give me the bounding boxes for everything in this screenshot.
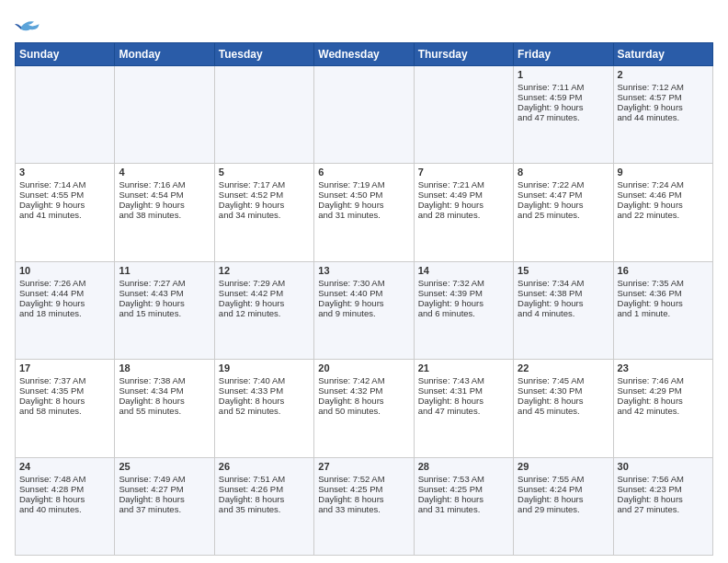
day-info-line: Sunrise: 7:55 AM <box>518 474 609 484</box>
day-info-line: Sunset: 4:54 PM <box>119 190 210 200</box>
day-info-line: and 58 minutes. <box>19 406 110 416</box>
day-info-line: and 33 minutes. <box>318 504 409 514</box>
day-info-line: Daylight: 9 hours <box>318 298 409 308</box>
calendar-cell <box>414 66 513 164</box>
day-info-line: Sunrise: 7:46 AM <box>618 375 709 385</box>
day-info-line: and 38 minutes. <box>119 210 210 220</box>
calendar-cell: 11Sunrise: 7:27 AMSunset: 4:43 PMDayligh… <box>115 261 214 359</box>
day-info-line: Daylight: 9 hours <box>19 200 110 210</box>
day-info-line: Daylight: 9 hours <box>418 298 509 308</box>
day-info-line: Sunrise: 7:14 AM <box>19 179 110 190</box>
day-info-line: and 25 minutes. <box>518 210 609 220</box>
day-info-line: Sunset: 4:31 PM <box>418 385 509 396</box>
day-info-line: Sunset: 4:38 PM <box>518 288 609 298</box>
day-number: 24 <box>19 461 110 472</box>
day-info-line: Daylight: 9 hours <box>19 298 110 308</box>
day-info-line: Daylight: 9 hours <box>318 200 409 210</box>
weekday-header-friday: Friday <box>514 43 613 66</box>
day-info-line: Sunset: 4:35 PM <box>19 385 110 396</box>
day-info-line: Sunrise: 7:40 AM <box>219 375 310 385</box>
calendar-cell: 30Sunrise: 7:56 AMSunset: 4:23 PMDayligh… <box>613 457 712 555</box>
day-info-line: Sunset: 4:40 PM <box>318 288 409 298</box>
day-info-line: Sunset: 4:25 PM <box>418 484 509 494</box>
day-number: 15 <box>518 265 609 276</box>
day-info-line: and 34 minutes. <box>219 210 310 220</box>
calendar-cell <box>16 66 115 164</box>
day-info-line: Sunset: 4:55 PM <box>19 190 110 200</box>
day-info-line: and 31 minutes. <box>418 504 509 514</box>
day-info-line: Sunrise: 7:12 AM <box>618 82 709 92</box>
day-number: 1 <box>518 69 609 80</box>
calendar-cell: 15Sunrise: 7:34 AMSunset: 4:38 PMDayligh… <box>514 261 613 359</box>
day-number: 7 <box>418 167 509 178</box>
day-info-line: Sunrise: 7:52 AM <box>318 474 409 484</box>
week-row-3: 10Sunrise: 7:26 AMSunset: 4:44 PMDayligh… <box>16 261 713 359</box>
calendar-body: 1Sunrise: 7:11 AMSunset: 4:59 PMDaylight… <box>16 66 713 556</box>
day-info-line: Daylight: 9 hours <box>219 200 310 210</box>
day-info-line: Daylight: 8 hours <box>119 396 210 406</box>
day-number: 17 <box>19 362 110 373</box>
day-info-line: Sunset: 4:29 PM <box>618 385 709 396</box>
day-info-line: Sunrise: 7:48 AM <box>19 474 110 484</box>
day-info-line: and 42 minutes. <box>618 406 709 416</box>
calendar-cell: 24Sunrise: 7:48 AMSunset: 4:28 PMDayligh… <box>16 457 115 555</box>
day-info-line: Sunrise: 7:34 AM <box>518 278 609 288</box>
day-info-line: Sunset: 4:23 PM <box>618 484 709 494</box>
day-number: 26 <box>219 461 310 472</box>
day-number: 16 <box>618 265 709 276</box>
day-info-line: and 37 minutes. <box>119 504 210 514</box>
day-info-line: Daylight: 9 hours <box>418 200 509 210</box>
day-info-line: and 27 minutes. <box>618 504 709 514</box>
calendar-cell: 1Sunrise: 7:11 AMSunset: 4:59 PMDaylight… <box>514 66 613 164</box>
day-info-line: and 9 minutes. <box>318 308 409 318</box>
day-info-line: Sunrise: 7:30 AM <box>318 278 409 288</box>
day-number: 28 <box>418 461 509 472</box>
day-info-line: Sunset: 4:30 PM <box>518 385 609 396</box>
calendar-cell: 26Sunrise: 7:51 AMSunset: 4:26 PMDayligh… <box>214 457 313 555</box>
day-info-line: and 55 minutes. <box>119 406 210 416</box>
calendar-cell: 3Sunrise: 7:14 AMSunset: 4:55 PMDaylight… <box>16 164 115 261</box>
day-info-line: and 40 minutes. <box>19 504 110 514</box>
day-info-line: Daylight: 8 hours <box>418 494 509 504</box>
day-info-line: Sunset: 4:43 PM <box>119 288 210 298</box>
day-info-line: Sunrise: 7:43 AM <box>418 375 509 385</box>
calendar-cell: 2Sunrise: 7:12 AMSunset: 4:57 PMDaylight… <box>613 66 712 164</box>
day-info-line: and 22 minutes. <box>618 210 709 220</box>
day-number: 12 <box>219 265 310 276</box>
week-row-2: 3Sunrise: 7:14 AMSunset: 4:55 PMDaylight… <box>16 164 713 261</box>
day-info-line: Daylight: 9 hours <box>219 298 310 308</box>
day-info-line: and 47 minutes. <box>418 406 509 416</box>
week-row-4: 17Sunrise: 7:37 AMSunset: 4:35 PMDayligh… <box>16 360 713 457</box>
day-info-line: Daylight: 8 hours <box>418 396 509 406</box>
day-info-line: Sunrise: 7:26 AM <box>19 278 110 288</box>
day-info-line: Sunset: 4:57 PM <box>618 92 709 102</box>
weekday-header-tuesday: Tuesday <box>214 43 313 66</box>
day-info-line: and 15 minutes. <box>119 308 210 318</box>
day-info-line: Sunrise: 7:11 AM <box>518 82 609 92</box>
day-number: 6 <box>318 167 409 178</box>
day-info-line: Sunrise: 7:42 AM <box>318 375 409 385</box>
day-info-line: and 35 minutes. <box>219 504 310 514</box>
day-info-line: and 28 minutes. <box>418 210 509 220</box>
day-info-line: Daylight: 8 hours <box>518 396 609 406</box>
day-info-line: Sunrise: 7:17 AM <box>219 179 310 190</box>
day-info-line: Sunrise: 7:56 AM <box>618 474 709 484</box>
day-info-line: Sunrise: 7:16 AM <box>119 179 210 190</box>
day-info-line: Daylight: 9 hours <box>518 298 609 308</box>
day-info-line: Daylight: 8 hours <box>219 396 310 406</box>
header <box>15 15 713 35</box>
day-number: 9 <box>618 167 709 178</box>
calendar-cell: 13Sunrise: 7:30 AMSunset: 4:40 PMDayligh… <box>314 261 414 359</box>
day-info-line: Sunrise: 7:27 AM <box>119 278 210 288</box>
day-info-line: Sunset: 4:46 PM <box>618 190 709 200</box>
day-number: 2 <box>618 69 709 80</box>
day-info-line: Daylight: 8 hours <box>618 494 709 504</box>
day-info-line: Sunrise: 7:29 AM <box>219 278 310 288</box>
calendar-cell: 4Sunrise: 7:16 AMSunset: 4:54 PMDaylight… <box>115 164 214 261</box>
day-info-line: Daylight: 8 hours <box>119 494 210 504</box>
calendar-cell: 17Sunrise: 7:37 AMSunset: 4:35 PMDayligh… <box>16 360 115 457</box>
weekday-header-saturday: Saturday <box>613 43 712 66</box>
day-info-line: Sunset: 4:39 PM <box>418 288 509 298</box>
day-number: 19 <box>219 362 310 373</box>
day-number: 21 <box>418 362 509 373</box>
